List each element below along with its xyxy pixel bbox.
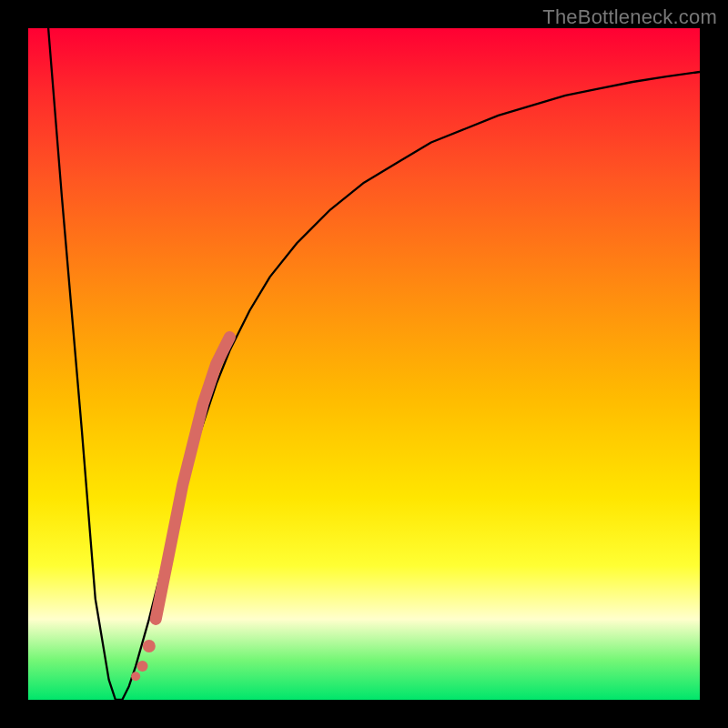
plot-area	[28, 28, 700, 700]
marker-dot	[137, 661, 148, 672]
chart-svg	[28, 28, 700, 700]
curve-group	[48, 28, 700, 700]
bottleneck-curve	[48, 28, 700, 700]
chart-frame: TheBottleneck.com	[0, 0, 728, 728]
marker-dot	[131, 672, 140, 681]
marker-dot	[143, 640, 156, 652]
watermark-text: TheBottleneck.com	[542, 5, 717, 29]
